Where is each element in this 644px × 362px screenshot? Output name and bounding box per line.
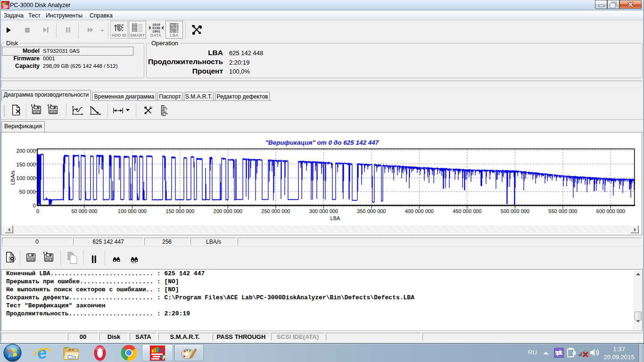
svg-text:200 000 000: 200 000 000 bbox=[214, 208, 242, 214]
svg-text:A: A bbox=[75, 107, 78, 111]
svg-text:100 000 000: 100 000 000 bbox=[118, 208, 147, 214]
svg-text:400 000 000: 400 000 000 bbox=[405, 208, 434, 214]
svg-text:600 000 000: 600 000 000 bbox=[596, 208, 625, 214]
svg-text:300 000 000: 300 000 000 bbox=[309, 208, 338, 214]
svg-text:150 000: 150 000 bbox=[16, 162, 36, 167]
svg-text:100 000: 100 000 bbox=[16, 175, 36, 181]
svg-text:0: 0 bbox=[33, 203, 36, 208]
svg-text:"Верификация" от 0 до 625 142: "Верификация" от 0 до 625 142 447 bbox=[265, 139, 380, 146]
svg-text:200 000: 200 000 bbox=[16, 148, 36, 154]
svg-text:0: 0 bbox=[36, 208, 39, 214]
svg-text:LBA/s: LBA/s bbox=[10, 170, 16, 185]
svg-text:250 000 000: 250 000 000 bbox=[261, 208, 290, 214]
svg-text:450 000 000: 450 000 000 bbox=[453, 208, 481, 214]
svg-text:LBA: LBA bbox=[330, 215, 340, 221]
svg-text:500 000 000: 500 000 000 bbox=[501, 208, 529, 214]
svg-text:1001: 1001 bbox=[152, 30, 160, 33]
svg-text:550 000 000: 550 000 000 bbox=[548, 208, 577, 214]
svg-text:50 000 000: 50 000 000 bbox=[71, 208, 97, 214]
svg-text:350 000 000: 350 000 000 bbox=[357, 208, 386, 214]
svg-text:150 000 000: 150 000 000 bbox=[165, 208, 194, 214]
svg-text:50 000: 50 000 bbox=[19, 189, 36, 195]
svg-text:e: e bbox=[37, 344, 47, 362]
